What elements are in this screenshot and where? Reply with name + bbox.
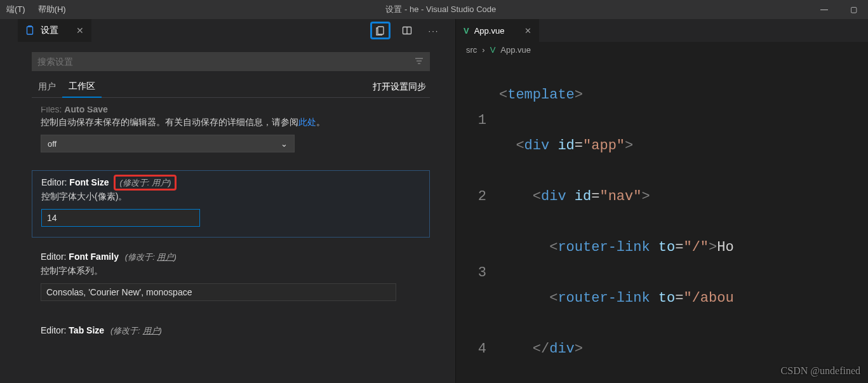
ellipsis-icon: ··· (429, 26, 439, 36)
setting-prefix: Editor: (41, 325, 66, 335)
vue-icon: V (490, 45, 496, 55)
setting-title-text: Auto Save (64, 107, 107, 114)
maximize-window-button[interactable]: ▢ (839, 5, 868, 14)
setting-prefix: Editor: (41, 252, 66, 262)
setting-editor-tab-size: Editor: Tab Size (修改于: 用户) (32, 319, 430, 337)
tab-row-left: 设置 ✕ ··· (6, 19, 455, 42)
filter-icon[interactable] (414, 56, 424, 68)
setting-prefix: Editor: (41, 177, 67, 187)
setting-autosave-select[interactable]: off ⌄ (41, 135, 295, 152)
setting-editor-font-size[interactable]: Editor: Font Size (修改于: 用户) 控制字体大小(像素)。 (32, 170, 430, 238)
close-icon[interactable]: ✕ (524, 26, 531, 36)
editor-code-area[interactable]: 1 2 3 4 5 6 7 8 9 10 11 12 13 <template>… (456, 57, 868, 383)
tab-workspace[interactable]: 工作区 (62, 76, 102, 98)
line-gutter: 1 2 3 4 5 6 7 8 9 10 11 12 13 (456, 57, 499, 383)
override-badge-fontsize: (修改于: 用户) (114, 175, 177, 191)
split-icon (402, 25, 412, 36)
menu-help[interactable]: 帮助(H) (32, 0, 72, 19)
setting-title-text: Font Size (69, 177, 109, 187)
svg-rect-1 (378, 27, 384, 34)
more-actions-button[interactable]: ··· (424, 22, 444, 39)
tab-settings[interactable]: 设置 ✕ (18, 19, 91, 42)
code-editor-pane: V App.vue ✕ src › V App.vue 1 2 3 4 5 6 … (456, 19, 868, 383)
svg-rect-0 (27, 27, 33, 34)
search-settings-input[interactable] (32, 52, 430, 71)
search-input[interactable] (37, 57, 414, 67)
tab-settings-label: 设置 (41, 25, 58, 36)
settings-page-icon (25, 25, 36, 36)
titlebar: 端(T) 帮助(H) 设置 - he - Visual Studio Code … (0, 0, 868, 19)
setting-fontfamily-input[interactable]: Consolas, 'Courier New', monospace (41, 283, 396, 301)
setting-title-text: Tab Size (69, 325, 104, 335)
fontfamily-value: Consolas, 'Courier New', monospace (46, 287, 192, 297)
settings-editor-pane: 设置 ✕ ··· (6, 19, 456, 383)
chevron-right-icon: › (482, 45, 484, 55)
chevron-down-icon: ⌄ (281, 139, 288, 149)
select-value: off (48, 139, 57, 149)
fontsize-field[interactable] (47, 213, 194, 223)
close-icon[interactable]: ✕ (76, 25, 84, 36)
activity-bar-edge (0, 19, 6, 383)
setting-prefix: Files: (41, 107, 62, 114)
override-indicator-fontfamily: (修改于: 用户) (125, 252, 177, 262)
minimize-window-button[interactable]: — (810, 5, 839, 14)
setting-desc-autosave: 控制自动保存未保存的编辑器。有关自动保存的详细信息，请参阅此处。 (41, 117, 421, 128)
link-autosave-docs[interactable]: 此处 (298, 117, 316, 127)
breadcrumb[interactable]: src › V App.vue (456, 42, 868, 57)
settings-scope-tabs: 用户 工作区 打开设置同步 (32, 76, 430, 98)
override-indicator-tabsize: (修改于: 用户) (110, 326, 162, 335)
menu-terminal[interactable]: 端(T) (0, 0, 32, 19)
tab-user[interactable]: 用户 (32, 76, 62, 98)
tab-app-vue[interactable]: V App.vue ✕ (456, 19, 539, 42)
tab-file-label: App.vue (474, 26, 505, 36)
split-editor-button[interactable] (397, 22, 417, 39)
breadcrumb-file[interactable]: App.vue (500, 45, 531, 55)
setting-fontsize-input[interactable] (41, 209, 200, 227)
tab-row-right: V App.vue ✕ (456, 19, 868, 42)
setting-desc-fontfamily: 控制字体系列。 (41, 265, 421, 277)
breadcrumb-src[interactable]: src (466, 45, 477, 55)
setting-title-text: Font Family (69, 252, 119, 262)
setting-files-autosave: Files: Auto Save 控制自动保存未保存的编辑器。有关自动保存的详细… (32, 107, 430, 163)
setting-editor-font-family: Editor: Font Family (修改于: 用户) 控制字体系列。 Co… (32, 245, 430, 311)
code-lines[interactable]: <template> <div id="app"> <div id="nav">… (499, 57, 868, 383)
window-title: 设置 - he - Visual Studio Code (72, 4, 810, 15)
watermark: CSDN @undefined (781, 365, 860, 377)
file-icon (375, 25, 385, 36)
setting-desc-fontsize: 控制字体大小(像素)。 (41, 191, 420, 203)
open-settings-json-button[interactable] (370, 22, 391, 39)
vue-icon: V (464, 26, 469, 36)
open-settings-sync-button[interactable]: 打开设置同步 (369, 80, 430, 94)
